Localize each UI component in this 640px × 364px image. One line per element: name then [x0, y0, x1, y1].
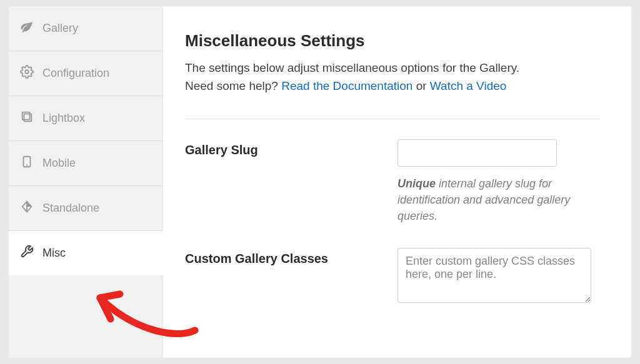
settings-sidebar: Gallery Configuration Lightbox Mobile St [9, 6, 162, 358]
field-help-slug: Unique internal gallery slug for identif… [398, 175, 591, 224]
sidebar-item-label: Standalone [42, 202, 99, 215]
page-description: The settings below adjust miscellaneous … [185, 59, 600, 95]
svg-rect-1 [24, 114, 31, 121]
mobile-icon [20, 155, 34, 172]
field-gallery-slug: Gallery Slug Unique internal gallery slu… [185, 139, 600, 224]
link-read-documentation[interactable]: Read the Documentation [281, 79, 412, 92]
link-watch-video[interactable]: Watch a Video [430, 79, 507, 92]
diamond-icon [20, 200, 34, 217]
layers-icon [20, 110, 34, 127]
field-label-classes: Custom Gallery Classes [185, 248, 372, 266]
svg-point-0 [25, 70, 29, 74]
settings-panel: Gallery Configuration Lightbox Mobile St [9, 6, 631, 358]
svg-rect-2 [22, 112, 30, 120]
wrench-icon [20, 245, 34, 262]
leaf-icon [20, 20, 34, 37]
sidebar-item-label: Misc [42, 247, 66, 260]
gallery-slug-input[interactable] [398, 139, 557, 167]
sidebar-item-label: Configuration [42, 67, 109, 80]
sidebar-item-mobile[interactable]: Mobile [9, 141, 162, 186]
field-custom-classes: Custom Gallery Classes [185, 248, 600, 305]
page-title: Miscellaneous Settings [185, 31, 600, 51]
sidebar-item-gallery[interactable]: Gallery [9, 6, 162, 51]
sidebar-item-configuration[interactable]: Configuration [9, 51, 162, 96]
sidebar-item-label: Lightbox [42, 112, 85, 125]
sidebar-item-misc[interactable]: Misc [9, 231, 162, 275]
field-label-slug: Gallery Slug [185, 139, 372, 157]
section-divider [185, 119, 600, 119]
sidebar-item-lightbox[interactable]: Lightbox [9, 96, 162, 141]
settings-main: Miscellaneous Settings The settings belo… [162, 6, 631, 358]
sidebar-item-standalone[interactable]: Standalone [9, 186, 162, 231]
custom-classes-input[interactable] [398, 248, 591, 303]
gear-icon [20, 65, 34, 82]
sidebar-item-label: Gallery [42, 22, 78, 35]
sidebar-item-label: Mobile [42, 157, 76, 170]
